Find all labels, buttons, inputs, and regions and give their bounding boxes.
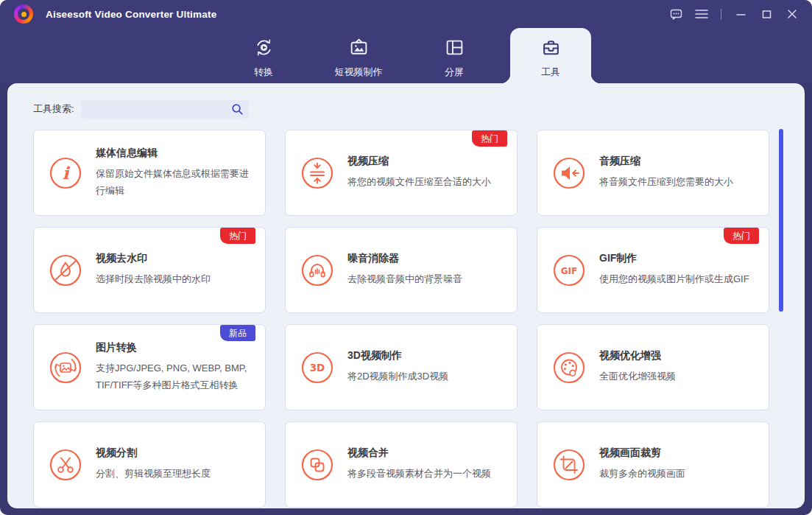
toolbox-icon	[541, 38, 561, 60]
vertical-scrollbar-thumb[interactable]	[779, 129, 783, 312]
app-title: Aiseesoft Video Converter Ultimate	[46, 9, 216, 20]
tool-desc: 将2D视频制作成3D视频	[347, 368, 448, 385]
search-label: 工具搜索:	[33, 102, 74, 116]
tool-title: 视频去水印	[96, 252, 211, 265]
tool-card-3d-video[interactable]: 3D 3D视频制作 将2D视频制作成3D视频	[285, 324, 518, 410]
tab-convert-label: 转换	[254, 66, 273, 79]
tool-desc: 分割、剪辑视频至理想长度	[96, 466, 211, 482]
tool-card-gif-maker[interactable]: 热门 GIF GIF制作 使用您的视频或图片制作或生成GIF	[537, 227, 769, 313]
hot-badge: 热门	[220, 228, 255, 244]
tab-short-video[interactable]: 短视频制作	[318, 28, 399, 83]
titlebar-divider	[721, 9, 721, 20]
tool-card-video-compress[interactable]: 热门 视频压缩 将您的视频文件压缩至合适的大小	[285, 130, 518, 216]
tool-desc: 将您的视频文件压缩至合适的大小	[347, 174, 491, 190]
search-row: 工具搜索:	[33, 99, 249, 119]
tool-title: 视频合并	[347, 446, 491, 460]
tab-short-video-label: 短视频制作	[335, 66, 383, 79]
app-window: Aiseesoft Video Converter Ultimate	[0, 0, 812, 515]
tab-tools[interactable]: 工具	[510, 28, 591, 83]
video-enhance-icon	[553, 351, 585, 384]
close-icon[interactable]	[783, 4, 802, 24]
tool-title: 视频优化增强	[599, 349, 676, 362]
tool-card-video-enhance[interactable]: 视频优化增强 全面优化增强视频	[537, 324, 769, 410]
hot-badge: 热门	[472, 130, 507, 147]
content-panel: 工具搜索: i	[7, 83, 805, 508]
hot-badge: 热门	[724, 228, 759, 244]
tool-card-image-convert[interactable]: 新品 图片转换 支持JPG/JPEG, PNG, WE	[33, 324, 266, 410]
tab-split-screen-label: 分屏	[445, 66, 464, 79]
video-compress-icon	[301, 157, 333, 189]
app-logo-icon	[14, 4, 33, 24]
search-input[interactable]	[81, 100, 249, 119]
maximize-icon[interactable]	[757, 4, 776, 24]
tool-desc: 选择时段去除视频中的水印	[96, 271, 211, 287]
tool-title: 3D视频制作	[347, 349, 448, 362]
video-split-icon	[49, 449, 82, 481]
3d-video-icon: 3D	[301, 351, 333, 384]
tool-desc: 支持JPG/JPEG, PNG, WEBP, BMP, TIF/TIFF等多种图…	[96, 360, 252, 393]
tool-card-media-info[interactable]: i 媒体信息编辑 保留原始文件媒体信息或根据需要进行编辑	[33, 130, 266, 216]
tool-title: 图片转换	[96, 341, 252, 354]
titlebar: Aiseesoft Video Converter Ultimate	[0, 0, 812, 28]
tool-desc: 去除视频音频中的背景噪音	[347, 271, 462, 287]
svg-text:3D: 3D	[310, 362, 325, 374]
svg-text:GIF: GIF	[561, 265, 578, 276]
tool-title: 视频压缩	[347, 155, 491, 168]
media-info-icon: i	[49, 157, 82, 189]
audio-compress-icon	[553, 157, 585, 189]
short-video-icon	[349, 38, 369, 60]
tool-title: 音频压缩	[599, 155, 733, 168]
tool-card-video-split[interactable]: 视频分割 分割、剪辑视频至理想长度	[33, 421, 266, 508]
tool-title: 视频分割	[96, 446, 211, 460]
gif-maker-icon: GIF	[553, 254, 585, 287]
tool-desc: 将多段音视频素材合并为一个视频	[347, 466, 491, 482]
feedback-icon[interactable]	[666, 4, 685, 24]
tool-title: GIF制作	[599, 252, 749, 265]
tool-card-noise-remover[interactable]: 噪音消除器 去除视频音频中的背景噪音	[285, 227, 518, 313]
titlebar-controls	[666, 0, 802, 28]
new-badge: 新品	[220, 325, 255, 341]
video-crop-icon	[553, 449, 585, 481]
tool-card-audio-compress[interactable]: 音频压缩 将音频文件压缩到您需要的大小	[537, 130, 769, 216]
tool-desc: 全面优化增强视频	[599, 368, 676, 385]
tab-split-screen[interactable]: 分屏	[414, 28, 495, 83]
convert-icon	[254, 38, 274, 60]
tabbar: 转换 短视频制作 分屏	[0, 28, 812, 83]
noise-remover-icon	[301, 254, 333, 287]
tool-title: 媒体信息编辑	[96, 147, 252, 160]
tool-title: 视频画面裁剪	[599, 446, 685, 460]
tool-card-video-merge[interactable]: 视频合并 将多段音视频素材合并为一个视频	[285, 421, 518, 508]
watermark-remove-icon	[49, 254, 82, 287]
tab-tools-label: 工具	[541, 66, 560, 79]
search-box	[81, 100, 249, 119]
tool-card-watermark-remove[interactable]: 热门 视频去水印 选择时段去除视频中的水印	[33, 227, 266, 313]
tool-desc: 将音频文件压缩到您需要的大小	[599, 174, 733, 190]
video-merge-icon	[301, 449, 333, 481]
minimize-icon[interactable]	[731, 4, 750, 24]
menu-icon[interactable]	[692, 4, 711, 24]
tool-desc: 保留原始文件媒体信息或根据需要进行编辑	[96, 166, 252, 198]
tab-convert[interactable]: 转换	[223, 28, 304, 83]
svg-text:i: i	[63, 163, 71, 183]
tool-card-video-crop[interactable]: 视频画面裁剪 裁剪多余的视频画面	[537, 421, 769, 508]
tools-grid: i 媒体信息编辑 保留原始文件媒体信息或根据需要进行编辑 热门	[33, 130, 769, 508]
split-screen-icon	[445, 38, 465, 60]
image-convert-icon	[49, 351, 82, 384]
tool-desc: 裁剪多余的视频画面	[599, 466, 685, 482]
tool-title: 噪音消除器	[347, 252, 462, 265]
search-icon[interactable]	[231, 103, 244, 119]
tool-desc: 使用您的视频或图片制作或生成GIF	[599, 271, 749, 287]
